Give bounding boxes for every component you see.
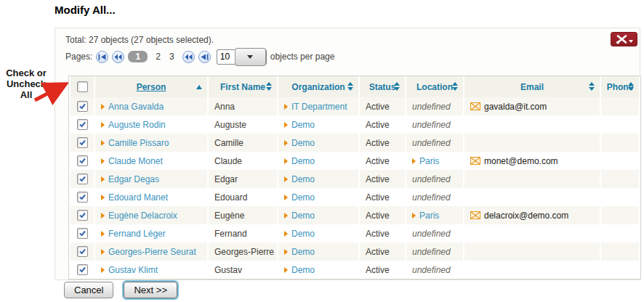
orange-caret-icon [284,140,288,146]
sort-both-icon [452,82,458,91]
orange-caret-icon [284,249,288,255]
phone-cell [601,170,639,188]
chevron-down-icon [247,55,253,59]
objects-table: PersonFirst NameOrganizationStatusLocati… [68,76,641,279]
orange-caret-icon [101,158,105,164]
status-cell: Active [360,115,405,134]
first-page-button[interactable] [96,51,108,63]
objects-per-page-value: 10 [217,52,235,62]
email-cell [464,188,600,206]
column-header-person[interactable]: Person [95,76,207,97]
column-header-status[interactable]: Status [360,76,405,97]
cancel-button[interactable]: Cancel [64,282,113,298]
organization-link[interactable]: Demo [291,192,315,203]
sort-both-icon [628,82,634,91]
sort-both-icon [394,82,400,91]
organization-link[interactable]: Demo [291,247,315,257]
location-undefined: undefined [412,265,451,275]
phone-cell [601,97,639,115]
email-text: monet@demo.com [484,156,558,166]
row-checkbox[interactable] [77,137,88,148]
person-link[interactable]: Georges-Pierre Seurat [108,247,196,257]
table-row: Anna GavaldaAnnaIT DepartmentActiveundef… [71,97,639,115]
orange-caret-icon [101,104,105,110]
objects-per-page-label: objects per page [270,52,335,62]
organization-link[interactable]: Demo [291,211,315,221]
column-header-location[interactable]: Location [406,76,463,97]
table-header-row: PersonFirst NameOrganizationStatusLocati… [71,76,639,97]
orange-caret-icon [101,249,105,255]
status-cell: Active [360,242,405,261]
email-cell [464,242,600,261]
organization-link[interactable]: Demo [291,174,315,184]
table-row: Fernand LégerFernandDemoActiveundefined [71,224,639,242]
row-checkbox[interactable] [77,174,88,184]
select-all-checkbox[interactable] [77,81,88,92]
email-cell: monet@demo.com [464,152,600,170]
phone-cell [601,206,639,224]
row-checkbox[interactable] [77,119,88,130]
location-link[interactable]: Paris [419,156,439,166]
email-cell [464,170,600,188]
orange-caret-icon [284,267,288,273]
email-cell [464,224,600,242]
location-link[interactable]: Paris [419,211,439,221]
person-link[interactable]: Eugène Delacroix [108,211,177,221]
row-checkbox[interactable] [77,246,88,257]
person-link[interactable]: Edouard Manet [108,192,168,203]
person-link[interactable]: Anna Gavalda [108,102,164,112]
person-link[interactable]: Fernand Léger [108,229,166,239]
page-link-2[interactable]: 2 [156,52,161,62]
organization-link[interactable]: Demo [291,229,315,239]
table-row: Eugène DelacroixEugèneDemoActiveParisdel… [71,206,639,224]
first-name-cell: Gustav [209,261,277,279]
select-all-column-header [71,76,94,97]
column-header-phone[interactable]: Phone [601,76,639,97]
person-link[interactable]: Claude Monet [108,156,163,166]
next-button[interactable]: Next >> [124,282,177,298]
page-link-3[interactable]: 3 [169,52,174,62]
sort-both-icon [589,82,595,91]
column-header-organization[interactable]: Organization [278,76,358,97]
page-title: Modify All... [55,4,116,16]
organization-link[interactable]: IT Department [291,102,347,112]
first-name-cell: Fernand [209,224,277,242]
location-undefined: undefined [412,192,451,203]
email-text: gavalda@it.com [484,102,547,112]
tools-dropdown-icon [615,34,634,44]
actions-menu-button[interactable] [611,32,637,46]
row-checkbox[interactable] [77,192,88,203]
row-checkbox[interactable] [77,155,88,166]
first-name-cell: Auguste [209,115,277,134]
last-page-button[interactable] [198,51,211,63]
organization-link[interactable]: Demo [291,120,315,130]
phone-cell [601,261,639,279]
orange-caret-icon [101,231,105,237]
person-link[interactable]: Auguste Rodin [108,120,166,130]
person-link[interactable]: Edgar Degas [108,174,159,184]
email-cell [464,115,600,134]
phone-cell [601,224,639,242]
table-row: Claude MonetClaudeDemoActiveParismonet@d… [71,152,639,170]
person-link[interactable]: Gustav Klimt [108,265,158,275]
previous-page-button[interactable] [112,51,124,63]
column-header-email[interactable]: Email [464,76,600,97]
organization-link[interactable]: Demo [291,265,315,275]
next-page-button[interactable] [182,51,195,63]
column-header-first_name[interactable]: First Name [209,76,277,97]
row-checkbox[interactable] [77,101,88,112]
row-checkbox[interactable] [77,228,88,239]
row-checkbox[interactable] [77,210,88,221]
location-undefined: undefined [412,247,451,257]
person-link[interactable]: Camille Pissaro [108,138,169,148]
objects-per-page-select[interactable]: 10 [217,49,267,65]
select-dropdown-button[interactable] [235,48,266,66]
table-row: Georges-Pierre SeuratGeorges-PierreDemoA… [71,242,639,261]
sort-both-icon [266,82,272,91]
first-name-cell: Anna [209,97,277,115]
organization-link[interactable]: Demo [291,156,315,166]
phone-cell [601,134,639,152]
sort-both-icon [347,82,353,91]
organization-link[interactable]: Demo [291,138,315,148]
row-checkbox[interactable] [77,264,88,275]
